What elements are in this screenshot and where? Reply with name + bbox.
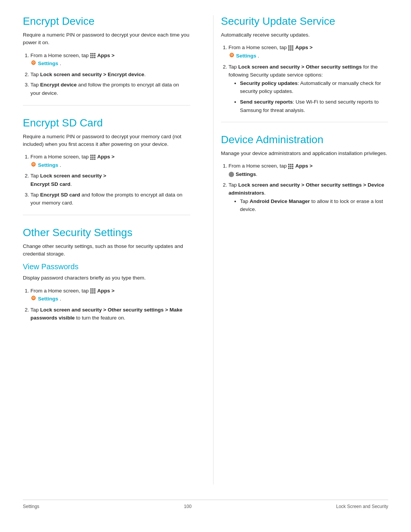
encrypt-device-intro: Require a numeric PIN or password to dec… bbox=[23, 31, 190, 47]
apps-grid-icon-3 bbox=[90, 288, 96, 294]
encrypt-device-step-1: From a Home screen, tap Apps > bbox=[30, 51, 190, 68]
security-update-title: Security Update Service bbox=[221, 15, 389, 27]
encrypt-device-title: Encrypt Device bbox=[23, 15, 190, 27]
encrypt-sd-title: Encrypt SD Card bbox=[23, 117, 190, 129]
security-update-step-1: From a Home screen, tap Apps > bbox=[229, 43, 389, 60]
view-passwords-intro: Display password characters briefly as y… bbox=[23, 274, 190, 282]
security-update-steps: From a Home screen, tap Apps > bbox=[229, 43, 389, 114]
security-update-bullet-2: Send security reports: Use Wi-Fi to send… bbox=[240, 98, 389, 114]
svg-point-8 bbox=[33, 297, 34, 299]
settings-gear-icon-4 bbox=[229, 52, 235, 61]
view-passwords-title: View Passwords bbox=[23, 262, 190, 271]
encrypt-device-steps: From a Home screen, tap Apps > bbox=[30, 51, 190, 97]
device-admin-bullet-1: Tap Android Device Manager to allow it t… bbox=[240, 197, 389, 214]
security-update-step-2: Tap Lock screen and security > Other sec… bbox=[229, 63, 389, 115]
encrypt-sd-steps: From a Home screen, tap Apps > bbox=[30, 153, 190, 207]
page-footer: Settings 100 Lock Screen and Security bbox=[23, 500, 388, 509]
view-passwords-step-1: From a Home screen, tap Apps > bbox=[30, 287, 190, 304]
encrypt-sd-step-1: From a Home screen, tap Apps > bbox=[30, 153, 190, 169]
device-admin-intro: Manage your device administrators and ap… bbox=[221, 150, 389, 157]
apps-grid-icon-5 bbox=[288, 164, 293, 169]
device-admin-step-2: Tap Lock screen and security > Other sec… bbox=[229, 181, 389, 214]
security-update-intro: Automatically receive security updates. bbox=[221, 31, 389, 39]
encrypt-sd-step-3: Tap Encrypt SD card and follow the promp… bbox=[30, 191, 190, 207]
footer-left: Settings bbox=[23, 504, 39, 509]
footer-right: Lock Screen and Security bbox=[336, 504, 388, 509]
apps-grid-icon-4 bbox=[288, 45, 293, 51]
settings-plain-icon bbox=[229, 172, 234, 177]
content-area: Encrypt Device Require a numeric PIN or … bbox=[23, 15, 388, 484]
security-update-bullets: Security policy updates: Automatically o… bbox=[240, 79, 389, 114]
settings-gear-icon-2 bbox=[30, 161, 37, 170]
device-admin-bullets: Tap Android Device Manager to allow it t… bbox=[240, 197, 389, 214]
encrypt-device-step-3: Tap Encrypt device and follow the prompt… bbox=[30, 81, 190, 97]
device-admin-title: Device Administration bbox=[221, 134, 389, 146]
view-passwords-step-2: Tap Lock screen and security > Other sec… bbox=[30, 306, 190, 322]
device-admin-step-1: From a Home screen, tap Apps > Settings. bbox=[229, 162, 389, 178]
apps-grid-icon bbox=[90, 53, 96, 58]
page: Encrypt Device Require a numeric PIN or … bbox=[0, 0, 411, 532]
svg-point-11 bbox=[231, 54, 233, 56]
security-update-bullet-1: Security policy updates: Automatically o… bbox=[240, 79, 389, 96]
settings-gear-icon-3 bbox=[30, 295, 37, 304]
view-passwords-steps: From a Home screen, tap Apps > bbox=[30, 287, 190, 323]
encrypt-sd-intro: Require a numeric PIN or password to dec… bbox=[23, 133, 190, 149]
svg-point-5 bbox=[33, 163, 34, 165]
other-security-title: Other Security Settings bbox=[23, 227, 190, 239]
other-security-intro: Change other security settings, such as … bbox=[23, 243, 190, 258]
settings-gear-icon-1 bbox=[30, 59, 37, 68]
device-admin-steps: From a Home screen, tap Apps > Settings.… bbox=[229, 162, 389, 214]
right-column: Security Update Service Automatically re… bbox=[213, 15, 389, 484]
footer-center: 100 bbox=[184, 504, 191, 509]
encrypt-sd-step-2: Tap Lock screen and security >Encrypt SD… bbox=[30, 172, 190, 188]
apps-grid-icon-2 bbox=[90, 155, 96, 160]
svg-point-2 bbox=[33, 62, 34, 63]
encrypt-device-step-2: Tap Lock screen and security > Encrypt d… bbox=[30, 70, 190, 79]
left-column: Encrypt Device Require a numeric PIN or … bbox=[23, 15, 198, 484]
